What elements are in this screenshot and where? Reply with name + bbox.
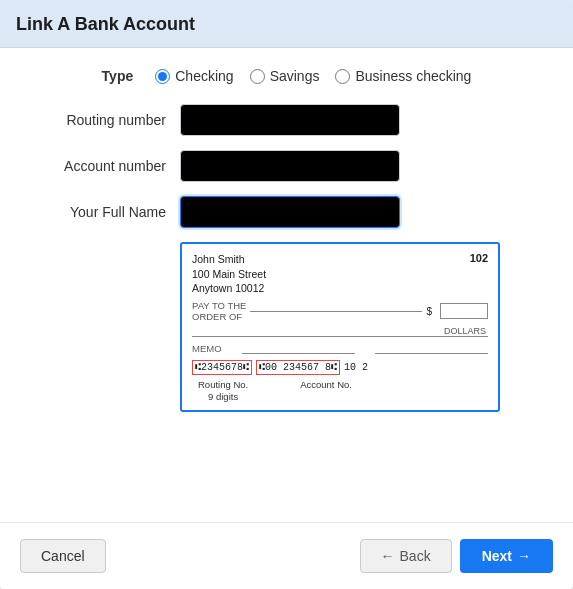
radio-checking-input[interactable]	[155, 69, 170, 84]
check-pay-row: PAY TO THEORDER OF $	[192, 300, 488, 322]
check-dollar-box	[440, 303, 488, 319]
radio-checking-label: Checking	[175, 68, 233, 84]
next-button[interactable]: Next →	[460, 539, 553, 573]
routing-number-input[interactable]	[180, 104, 400, 136]
radio-business[interactable]: Business checking	[335, 68, 471, 84]
type-row: Type Checking Savings Business checking	[20, 68, 553, 84]
check-sig-line	[375, 353, 488, 354]
full-name-label: Your Full Name	[20, 204, 180, 220]
radio-checking[interactable]: Checking	[155, 68, 233, 84]
check-diagram: John Smith 100 Main Street Anytown 10012…	[180, 242, 500, 412]
check-routing-digits: ⑆2345678⑆	[192, 360, 252, 375]
modal-title: Link A Bank Account	[16, 14, 195, 34]
check-dollars-label: DOLLARS	[192, 326, 488, 337]
modal-body: Type Checking Savings Business checking …	[0, 48, 573, 522]
account-number-input[interactable]	[180, 150, 400, 182]
check-middle-digits: ⑆00 234567 8⑆	[256, 360, 340, 375]
next-arrow-icon: →	[517, 548, 531, 564]
next-button-label: Next	[482, 548, 512, 564]
check-memo-row: MEMO	[192, 343, 488, 354]
back-arrow-icon: ←	[381, 548, 395, 564]
check-number: 102	[470, 252, 488, 264]
routing-note-sub: 9 digits	[198, 391, 248, 403]
check-header: John Smith 100 Main Street Anytown 10012…	[192, 252, 488, 296]
check-memo-line	[242, 353, 355, 354]
modal-header: Link A Bank Account	[0, 0, 573, 48]
check-label-routing: Routing No. 9 digits	[198, 379, 248, 404]
routing-number-label: Routing number	[20, 112, 180, 128]
radio-savings-input[interactable]	[250, 69, 265, 84]
check-pay-line	[250, 311, 422, 312]
account-number-row: Account number	[20, 150, 553, 182]
full-name-input[interactable]	[180, 196, 400, 228]
account-number-label: Account number	[20, 158, 180, 174]
account-type-radio-group: Checking Savings Business checking	[155, 68, 471, 84]
check-name-address: John Smith 100 Main Street Anytown 10012	[192, 252, 266, 296]
account-note-label: Account No.	[300, 379, 352, 391]
check-label-account: Account No.	[300, 379, 352, 404]
routing-number-row: Routing number	[20, 104, 553, 136]
check-bottom-numbers: ⑆2345678⑆ ⑆00 234567 8⑆ 10 2	[192, 360, 488, 375]
type-label: Type	[102, 68, 134, 84]
check-address-2: Anytown 10012	[192, 281, 266, 296]
routing-note-label: Routing No.	[198, 379, 248, 391]
check-address-1: 100 Main Street	[192, 267, 266, 282]
check-owner-name: John Smith	[192, 252, 266, 267]
radio-savings[interactable]: Savings	[250, 68, 320, 84]
radio-business-input[interactable]	[335, 69, 350, 84]
check-dollar-sign: $	[426, 306, 432, 317]
check-dollars-row: DOLLARS	[192, 326, 488, 337]
check-end-digits: 10 2	[344, 362, 368, 373]
radio-business-label: Business checking	[355, 68, 471, 84]
check-labels-row: Routing No. 9 digits Account No.	[192, 379, 488, 404]
modal-footer: Cancel ← Back Next →	[0, 522, 573, 589]
radio-savings-label: Savings	[270, 68, 320, 84]
cancel-button[interactable]: Cancel	[20, 539, 106, 573]
check-pay-label: PAY TO THEORDER OF	[192, 300, 246, 322]
nav-buttons: ← Back Next →	[360, 539, 553, 573]
link-bank-account-modal: Link A Bank Account Type Checking Saving…	[0, 0, 573, 589]
check-memo-label: MEMO	[192, 343, 222, 354]
full-name-row: Your Full Name	[20, 196, 553, 228]
back-button[interactable]: ← Back	[360, 539, 452, 573]
back-button-label: Back	[400, 548, 431, 564]
